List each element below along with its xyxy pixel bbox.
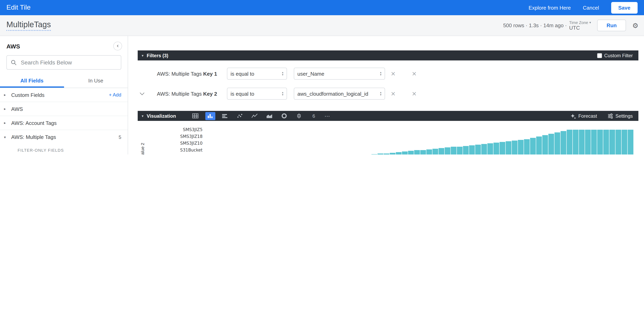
- filter-operator-select[interactable]: is equal to ▴▾: [227, 88, 287, 100]
- tab-all-fields[interactable]: All Fields: [0, 74, 64, 88]
- svg-text:S31Bucket: S31Bucket: [180, 148, 202, 152]
- chevron-down-icon: ▾: [589, 20, 591, 24]
- svg-text:6: 6: [312, 113, 315, 119]
- viz-line-chart-icon[interactable]: [250, 112, 260, 120]
- query-title[interactable]: MultipleTags: [6, 20, 51, 31]
- field-picker-sidebar: AWS ‹ All Fields In Use ▸ Custom Fields: [0, 36, 128, 154]
- filters-panel-title: Filters (3): [147, 53, 168, 58]
- caret-right-icon: ▸: [4, 121, 8, 125]
- timezone-label: Time Zone: [569, 20, 588, 24]
- timezone-dropdown[interactable]: Time Zone ▾ UTC: [569, 20, 591, 30]
- viz-bar-chart-icon[interactable]: [220, 112, 230, 120]
- custom-filter-checkbox[interactable]: [597, 53, 602, 58]
- query-bar: MultipleTags 500 rows · 1.3s · 14m ago ·…: [0, 15, 644, 36]
- run-button[interactable]: Run: [597, 20, 626, 31]
- viz-column-chart-icon[interactable]: [205, 112, 215, 120]
- caret-right-icon: ▸: [4, 93, 8, 97]
- filter-value-select[interactable]: user_Name ▴▾: [294, 68, 385, 80]
- query-settings-gear-icon[interactable]: ⚙: [632, 22, 638, 30]
- explore-name-heading: AWS: [6, 43, 20, 50]
- viz-table-icon[interactable]: [190, 112, 200, 120]
- sidebar-group-aws[interactable]: ▸ AWS: [0, 102, 128, 116]
- clear-filter-value-icon[interactable]: ×: [391, 70, 396, 77]
- forecast-button[interactable]: Forecast: [570, 113, 597, 119]
- collapse-filters-caret-icon[interactable]: ▾: [142, 54, 144, 58]
- chevron-left-icon: ‹: [116, 42, 119, 49]
- select-arrows-icon: ▴▾: [380, 71, 382, 76]
- filters-panel: ▾ Filters (3) Custom Filter AWS: Multipl…: [138, 50, 638, 108]
- viz-scatter-icon[interactable]: [235, 112, 245, 120]
- collapse-sidebar-button[interactable]: ‹: [113, 42, 122, 50]
- tune-icon: [608, 113, 613, 119]
- search-input[interactable]: [20, 59, 117, 66]
- main-content: ▾ Filters (3) Custom Filter AWS: Multipl…: [128, 36, 644, 154]
- query-stats: 500 rows · 1.3s · 14m ago ·: [503, 22, 567, 28]
- remove-filter-icon[interactable]: ×: [412, 90, 417, 97]
- svg-text:SMS3JIZ5: SMS3JIZ5: [183, 127, 202, 132]
- viz-settings-button[interactable]: Settings: [608, 113, 633, 119]
- caret-down-icon: ▾: [4, 135, 8, 139]
- filter-field-label: AWS: Multiple Tags Key 1: [157, 71, 227, 77]
- svg-text:Value 2: Value 2: [140, 143, 145, 154]
- bar-chart: Value 2∅Ec2InstanceHello1LambdaFunctionS…: [139, 123, 637, 154]
- page-title: Edit Tile: [6, 4, 30, 12]
- viz-boxplot-icon[interactable]: [294, 112, 304, 120]
- sparkle-icon: [570, 113, 576, 119]
- field-key-1[interactable]: Key 1: [18, 154, 108, 154]
- filter-only-fields-heading: FILTER-ONLY FIELDS: [18, 148, 108, 152]
- remove-filter-icon[interactable]: ×: [412, 70, 417, 77]
- viz-area-chart-icon[interactable]: [264, 112, 274, 120]
- sidebar-group-aws-multiple-tags[interactable]: ▾ AWS: Multiple Tags 5: [0, 130, 128, 144]
- top-bar: Edit Tile Explore from Here Cancel Save: [0, 0, 644, 15]
- custom-filter-toggle[interactable]: Custom Filter: [597, 53, 633, 58]
- cancel-button[interactable]: Cancel: [583, 4, 599, 10]
- filter-operator-select[interactable]: is equal to ▴▾: [227, 68, 287, 80]
- chevron-down-icon[interactable]: [140, 91, 144, 95]
- field-count-badge: 5: [119, 134, 121, 140]
- filter-row-key-2: AWS: Multiple Tags Key 2 is equal to ▴▾ …: [138, 84, 638, 104]
- select-arrows-icon: ▴▾: [282, 91, 284, 96]
- visualization-panel-title: Visualization: [147, 113, 176, 119]
- select-arrows-icon: ▴▾: [380, 91, 382, 96]
- field-search-box: [6, 55, 121, 70]
- filter-value-select[interactable]: aws_cloudformation_logical_id ▴▾: [294, 88, 385, 100]
- viz-more-icon[interactable]: ⋯: [324, 113, 330, 119]
- timezone-value: UTC: [569, 24, 580, 30]
- sidebar-group-aws-account-tags[interactable]: ▸ AWS: Account Tags: [0, 116, 128, 130]
- viz-single-value-icon[interactable]: 6: [309, 112, 319, 120]
- caret-right-icon: ▸: [4, 107, 8, 111]
- field-tabs: All Fields In Use: [0, 74, 128, 88]
- filter-field-label: AWS: Multiple Tags Key 2: [157, 91, 227, 97]
- tab-in-use[interactable]: In Use: [64, 74, 128, 88]
- viz-pie-icon[interactable]: [279, 112, 289, 120]
- edit-tile-window: Edit Tile Explore from Here Cancel Save …: [0, 0, 644, 154]
- add-custom-field-button[interactable]: + Add: [109, 92, 121, 98]
- save-button[interactable]: Save: [611, 2, 638, 14]
- search-icon: [11, 60, 17, 66]
- filter-row-key-1: AWS: Multiple Tags Key 1 is equal to ▴▾ …: [138, 64, 638, 84]
- visualization-panel: ▾ Visualization: [138, 111, 638, 154]
- svg-text:SMS3JIZ10: SMS3JIZ10: [180, 141, 202, 146]
- select-arrows-icon: ▴▾: [282, 71, 284, 76]
- clear-filter-value-icon[interactable]: ×: [391, 90, 396, 97]
- sidebar-group-custom-fields[interactable]: ▸ Custom Fields + Add: [0, 88, 128, 102]
- collapse-visualization-caret-icon[interactable]: ▾: [142, 114, 144, 118]
- explore-from-here-link[interactable]: Explore from Here: [528, 4, 571, 10]
- svg-text:SMS3JIZ18: SMS3JIZ18: [180, 134, 202, 139]
